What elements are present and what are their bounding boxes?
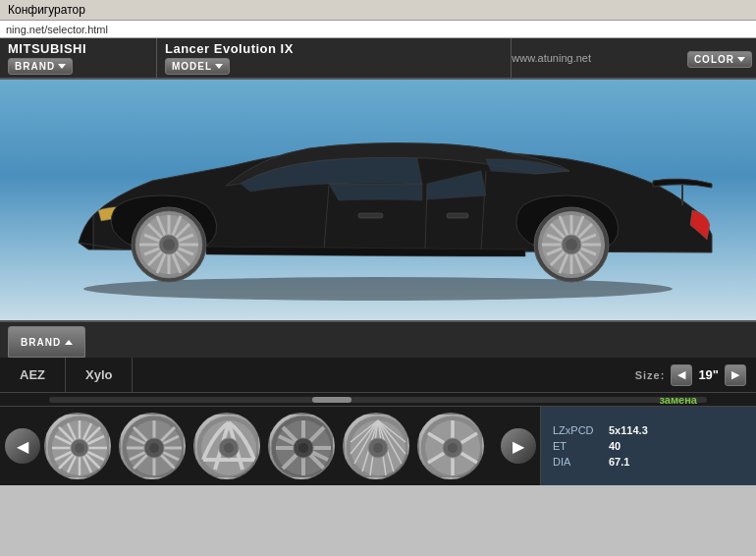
svg-point-69 bbox=[298, 443, 308, 453]
wheels-next-button[interactable]: ▶ bbox=[496, 407, 540, 485]
model-dropdown-btn[interactable]: MODEL bbox=[165, 58, 230, 75]
replace-label: замена bbox=[660, 394, 697, 406]
color-dropdown[interactable]: COLOR bbox=[687, 51, 752, 68]
car-display bbox=[0, 80, 756, 320]
brand-tab-arrow-icon bbox=[65, 340, 73, 345]
spec-row-dia: DIA 67.1 bbox=[553, 456, 744, 468]
wheel-item[interactable] bbox=[119, 413, 186, 479]
model-value: Lancer Evolution IX bbox=[165, 41, 503, 56]
spec-row-et: ET 40 bbox=[553, 440, 744, 452]
size-control: Size: ◀ 19" ▶ bbox=[625, 364, 756, 386]
brand-section: MITSUBISHI BRAND bbox=[0, 38, 157, 78]
url-bar: ning.net/selector.html bbox=[0, 21, 756, 38]
url-text: ning.net/selector.html bbox=[6, 24, 108, 35]
color-section: COLOR bbox=[599, 38, 756, 78]
size-decrease-button[interactable]: ◀ bbox=[671, 364, 692, 386]
wheel-item[interactable] bbox=[193, 413, 260, 479]
svg-point-60 bbox=[224, 443, 234, 453]
dia-value: 67.1 bbox=[609, 456, 629, 468]
wheels-area: ◀ bbox=[0, 407, 756, 485]
scrollbar-thumb[interactable] bbox=[312, 397, 351, 403]
wheel-brand-bar: AEZ Xylo Size: ◀ 19" ▶ bbox=[0, 358, 756, 393]
model-section: Lancer Evolution IX MODEL bbox=[157, 38, 512, 78]
scrollbar-area[interactable]: замена bbox=[0, 393, 756, 407]
svg-point-83 bbox=[373, 443, 383, 453]
title-bar: Конфигуратор bbox=[0, 0, 756, 21]
wheel-item[interactable] bbox=[343, 413, 409, 479]
svg-point-55 bbox=[149, 443, 159, 453]
prev-arrow-icon: ◀ bbox=[5, 428, 40, 464]
wheels-list bbox=[44, 410, 496, 483]
brand-tab[interactable]: BRAND bbox=[8, 326, 85, 358]
model-dropdown-arrow-icon bbox=[215, 64, 223, 69]
size-value: 19" bbox=[698, 367, 719, 382]
svg-point-31 bbox=[566, 239, 577, 250]
svg-point-45 bbox=[75, 443, 84, 453]
window-title: Конфигуратор bbox=[8, 3, 85, 17]
wheel-item[interactable] bbox=[268, 413, 335, 479]
svg-rect-33 bbox=[447, 213, 468, 218]
wheels-toolbar: BRAND bbox=[0, 320, 756, 358]
size-increase-button[interactable]: ▶ bbox=[725, 364, 746, 386]
next-arrow-icon: ▶ bbox=[501, 428, 536, 464]
svg-point-18 bbox=[163, 239, 175, 250]
brand-dropdown-arrow-icon bbox=[58, 64, 66, 69]
et-value: 40 bbox=[609, 440, 621, 452]
brand-dropdown[interactable]: BRAND bbox=[8, 58, 148, 75]
wheel-item[interactable] bbox=[417, 413, 484, 479]
scrollbar-track[interactable] bbox=[49, 397, 707, 403]
specs-panel: LZxPCD 5x114.3 ET 40 DIA 67.1 bbox=[540, 407, 756, 485]
lzxpcd-label: LZxPCD bbox=[553, 424, 597, 436]
svg-rect-32 bbox=[358, 213, 383, 218]
size-label: Size: bbox=[635, 369, 666, 381]
wheel-brand-aez[interactable]: AEZ bbox=[0, 358, 66, 392]
brand-dropdown-btn[interactable]: BRAND bbox=[8, 58, 73, 75]
wheel-item[interactable] bbox=[44, 413, 111, 479]
car-image bbox=[34, 97, 722, 304]
top-toolbar: MITSUBISHI BRAND Lancer Evolution IX MOD… bbox=[0, 38, 756, 80]
lzxpcd-value: 5x114.3 bbox=[609, 424, 648, 436]
dia-label: DIA bbox=[553, 456, 597, 468]
color-dropdown-btn[interactable]: COLOR bbox=[687, 51, 752, 68]
svg-point-90 bbox=[448, 443, 458, 453]
brand-value: MITSUBISHI bbox=[8, 41, 148, 56]
website-label: www.atuning.net bbox=[512, 52, 599, 64]
wheels-prev-button[interactable]: ◀ bbox=[0, 407, 44, 485]
color-dropdown-arrow-icon bbox=[737, 57, 745, 62]
et-label: ET bbox=[553, 440, 597, 452]
wheel-brand-xylo[interactable]: Xylo bbox=[66, 358, 133, 392]
spec-row-lzxpcd: LZxPCD 5x114.3 bbox=[553, 424, 744, 436]
app-container: MITSUBISHI BRAND Lancer Evolution IX MOD… bbox=[0, 38, 756, 485]
model-dropdown[interactable]: MODEL bbox=[165, 58, 503, 75]
